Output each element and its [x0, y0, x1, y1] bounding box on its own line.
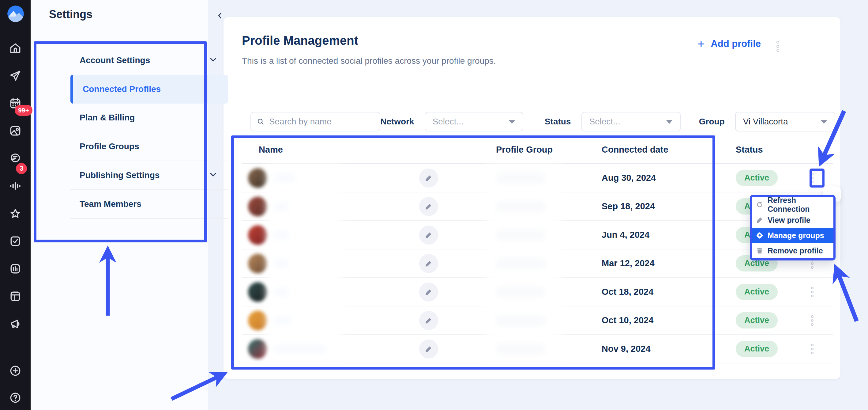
- network-select[interactable]: Select...: [425, 112, 523, 131]
- connected-date: Oct 10, 2024: [582, 315, 713, 325]
- star-icon[interactable]: [8, 207, 22, 220]
- redacted-profile-group: [496, 287, 546, 297]
- redacted-profile-group: [496, 344, 546, 355]
- connected-date: Sep 18, 2024: [582, 201, 713, 211]
- edit-profile-button[interactable]: [419, 226, 438, 244]
- profiles-table: Name Profile Group Connected date Status…: [242, 136, 833, 363]
- redacted-profile-name[interactable]: [274, 202, 289, 211]
- page-subtitle: This is a list of connected social profi…: [242, 56, 496, 66]
- status-badge: Active: [736, 341, 778, 357]
- add-profile-button[interactable]: + Add profile: [698, 38, 761, 50]
- connected-date: Nov 9, 2024: [582, 344, 713, 354]
- avatar: [248, 168, 268, 188]
- status-badge: Active: [736, 284, 778, 300]
- menu-item-refresh-connection[interactable]: Refresh Connection: [752, 197, 833, 212]
- home-icon[interactable]: [8, 41, 22, 55]
- megaphone-icon[interactable]: [8, 317, 22, 331]
- network-filter-label: Network: [380, 117, 414, 126]
- edit-profile-button[interactable]: [419, 169, 438, 187]
- vista-social-logo[interactable]: [7, 5, 24, 22]
- redacted-profile-group: [496, 258, 546, 269]
- inbox-badge: 3: [16, 163, 27, 174]
- context-menu: Refresh Connection View profile Manage g…: [750, 195, 836, 260]
- search-icon: [256, 117, 265, 126]
- table-row: Sep 18, 2024 Active: [242, 193, 833, 221]
- avatar: [248, 225, 268, 245]
- edit-profile-button[interactable]: [419, 197, 438, 216]
- settings-nav: Account Settings Connected Profiles Plan…: [70, 46, 228, 219]
- chevron-down-icon: [209, 55, 218, 66]
- edit-profile-button[interactable]: [419, 311, 438, 330]
- menu-item-remove-profile[interactable]: Remove profile: [752, 243, 833, 258]
- dropdown-arrow-icon: [508, 120, 515, 124]
- nav-item-profile-groups[interactable]: Profile Groups: [70, 133, 228, 161]
- dropdown-arrow-icon: [820, 120, 827, 124]
- connected-date: Jun 4, 2024: [582, 230, 713, 240]
- settings-panel: Settings Account Settings Connected Prof…: [31, 0, 208, 410]
- table-row: Oct 18, 2024 Active: [242, 278, 833, 306]
- redacted-profile-name[interactable]: [274, 287, 289, 297]
- profile-management-card: Profile Management This is a list of con…: [223, 17, 840, 379]
- avatar: [248, 339, 268, 359]
- waveform-icon[interactable]: [8, 179, 22, 193]
- redacted-profile-name[interactable]: [274, 173, 296, 183]
- status-filter-label: Status: [545, 117, 571, 126]
- plus-icon: +: [698, 38, 705, 50]
- menu-item-manage-groups[interactable]: Manage groups: [752, 228, 833, 243]
- pencil-icon: [756, 216, 764, 224]
- redacted-profile-group: [496, 315, 546, 326]
- nav-item-connected-profiles[interactable]: Connected Profiles: [70, 75, 228, 104]
- settings-title: Settings: [49, 8, 92, 21]
- nav-item-team-members[interactable]: Team Members: [70, 190, 228, 219]
- status-badge: Active: [736, 170, 778, 186]
- collapse-panel-icon[interactable]: [216, 11, 225, 20]
- nav-item-publishing-settings[interactable]: Publishing Settings: [70, 161, 228, 190]
- refresh-icon: [756, 201, 764, 209]
- table-row: Jun 4, 2024 Active: [242, 221, 833, 250]
- edit-profile-button[interactable]: [419, 340, 438, 358]
- table-row: Nov 9, 2024 Active: [242, 335, 833, 363]
- nav-item-plan-billing[interactable]: Plan & Billing: [70, 104, 228, 133]
- row-kebab-menu-icon[interactable]: [811, 287, 813, 297]
- layout-icon[interactable]: [8, 290, 22, 303]
- avatar: [248, 282, 268, 302]
- calendar-badge: 99+: [15, 105, 32, 116]
- page-title: Profile Management: [242, 34, 358, 48]
- plus-circle-icon[interactable]: [8, 364, 22, 378]
- redacted-profile-name[interactable]: [274, 259, 289, 268]
- app-window: 99+ 3 Settings Account Settings Connecte…: [0, 0, 868, 410]
- group-filter-label: Group: [699, 117, 725, 126]
- search-box[interactable]: [250, 112, 380, 131]
- group-select[interactable]: Vi Villacorta: [735, 112, 835, 131]
- row-kebab-menu-icon[interactable]: [811, 344, 813, 354]
- search-input[interactable]: [269, 117, 374, 126]
- table-row: Mar 12, 2024 Active: [242, 250, 833, 278]
- filter-bar: Network Select... Status Select... Group…: [250, 112, 835, 131]
- edit-profile-button[interactable]: [419, 254, 438, 273]
- help-icon[interactable]: [8, 391, 22, 405]
- send-icon[interactable]: [8, 69, 22, 82]
- table-row: Oct 10, 2024 Active: [242, 306, 833, 335]
- row-kebab-menu-icon[interactable]: [811, 173, 813, 183]
- menu-item-view-profile[interactable]: View profile: [752, 212, 833, 228]
- col-header-status: Status: [713, 145, 792, 155]
- redacted-profile-name[interactable]: [274, 230, 289, 240]
- card-kebab-menu-icon[interactable]: [776, 41, 779, 52]
- trash-icon: [756, 247, 764, 255]
- row-kebab-menu-icon[interactable]: [811, 315, 813, 326]
- status-select[interactable]: Select...: [582, 112, 681, 131]
- redacted-profile-name[interactable]: [274, 316, 291, 325]
- connected-date: Oct 18, 2024: [582, 287, 713, 297]
- redacted-profile-group: [496, 173, 546, 183]
- avatar: [248, 254, 268, 273]
- nav-item-account-settings[interactable]: Account Settings: [70, 46, 228, 75]
- redacted-profile-name[interactable]: [274, 344, 327, 354]
- table-header-row: Name Profile Group Connected date Status: [242, 136, 833, 164]
- edit-profile-button[interactable]: [419, 283, 438, 301]
- redacted-profile-group: [496, 201, 546, 212]
- media-icon[interactable]: [8, 124, 22, 138]
- analytics-icon[interactable]: [8, 262, 22, 275]
- tasks-icon[interactable]: [8, 234, 22, 248]
- icon-rail: 99+ 3: [0, 0, 31, 410]
- table-row: Aug 30, 2024 Active: [242, 164, 833, 193]
